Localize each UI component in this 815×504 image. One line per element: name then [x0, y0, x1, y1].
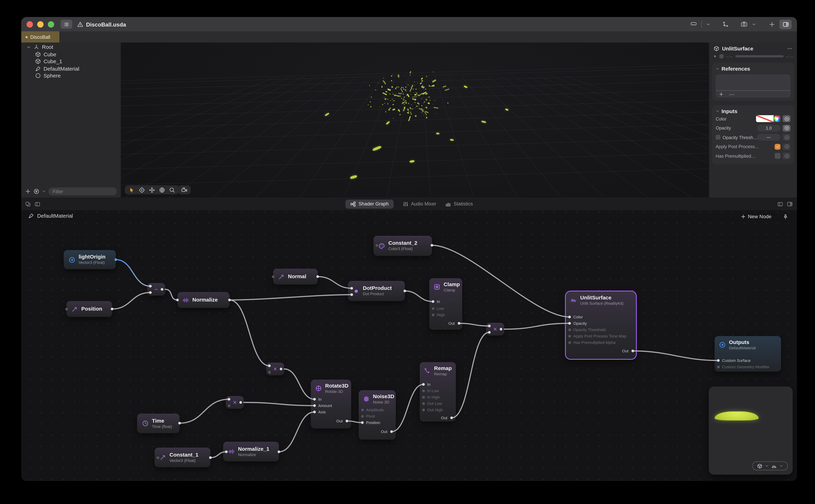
viewport-tool-select[interactable]	[129, 187, 135, 193]
graph-port[interactable]	[115, 258, 117, 261]
dock-tab-shader-graph[interactable]: Shader Graph	[345, 199, 393, 208]
graph-port[interactable]	[156, 456, 159, 459]
graph-port[interactable]	[313, 398, 316, 401]
panel-right-icon[interactable]	[787, 201, 793, 207]
viewport-tool-zoom[interactable]	[169, 187, 175, 193]
chevron-down-icon[interactable]	[752, 22, 756, 26]
inputs-header[interactable]: Inputs	[716, 108, 791, 114]
graph-port[interactable]	[149, 291, 152, 294]
graph-port[interactable]	[361, 409, 363, 411]
chevron-down-icon[interactable]	[765, 464, 769, 468]
graph-port[interactable]	[568, 322, 571, 325]
filter-input[interactable]	[48, 187, 117, 195]
graph-port[interactable]	[568, 341, 571, 344]
chevron-down-icon[interactable]	[706, 22, 710, 26]
graph-port[interactable]	[403, 290, 406, 292]
tree-item-defaultmaterial[interactable]: DefaultMaterial	[21, 65, 121, 72]
graph-port[interactable]	[228, 398, 230, 401]
references-header[interactable]: References	[716, 66, 791, 72]
shader-graph-canvas[interactable]: lightOriginVector3 (Float)PositionNormal…	[21, 210, 797, 481]
graph-port[interactable]	[422, 383, 425, 386]
tree-item-cube_1[interactable]: Cube_1	[21, 58, 121, 65]
value-field[interactable]: —	[757, 134, 780, 141]
checkbox[interactable]	[775, 153, 780, 159]
graph-port[interactable]	[313, 411, 316, 413]
camera-switch-button[interactable]	[178, 185, 191, 194]
breadcrumb[interactable]: DefaultMaterial	[28, 213, 73, 219]
connect-button[interactable]	[783, 143, 791, 150]
viewport-tool-orbit[interactable]	[139, 187, 145, 193]
graph-port[interactable]	[422, 402, 425, 405]
panel-split-icon[interactable]	[777, 201, 783, 207]
graph-port[interactable]	[488, 331, 491, 334]
move-3d-icon[interactable]	[722, 21, 729, 28]
remove-reference-icon[interactable]: —	[729, 93, 734, 96]
tab-discoball[interactable]: DiscoBall	[21, 31, 60, 42]
dock-tab-statistics[interactable]: Statistics	[445, 201, 473, 207]
pin-icon[interactable]	[783, 214, 788, 220]
graph-port[interactable]	[568, 316, 571, 318]
filter-options-icon[interactable]	[33, 188, 39, 194]
graph-port[interactable]	[350, 287, 353, 290]
graph-port[interactable]	[228, 299, 231, 301]
close-button[interactable]	[27, 21, 33, 27]
new-node-button[interactable]: New Node	[740, 213, 771, 219]
more-icon[interactable]	[787, 46, 793, 51]
graph-port[interactable]	[717, 366, 720, 368]
warning-icon[interactable]	[77, 21, 83, 27]
graph-port[interactable]	[375, 244, 378, 247]
graph-port[interactable]	[568, 328, 571, 331]
graph-port[interactable]	[451, 417, 453, 419]
graph-port[interactable]	[346, 420, 348, 422]
graph-port[interactable]	[350, 293, 353, 296]
tree-item-root[interactable]: Root	[21, 44, 121, 51]
graph-port[interactable]	[278, 451, 280, 453]
graph-port[interactable]	[209, 456, 212, 459]
connect-button[interactable]	[783, 115, 791, 122]
checkbox-checked[interactable]	[775, 144, 780, 150]
preview-shape-icon[interactable]	[757, 463, 762, 469]
tree-item-cube[interactable]: Cube	[21, 51, 121, 58]
graph-port[interactable]	[228, 404, 230, 407]
layers-icon[interactable]	[25, 201, 31, 207]
material-preview-panel[interactable]	[709, 386, 793, 475]
graph-port[interactable]	[111, 308, 113, 310]
graph-port[interactable]	[149, 285, 152, 288]
references-list[interactable]: —	[716, 74, 791, 98]
graph-port[interactable]	[717, 359, 720, 362]
inspector-toggle-button[interactable]	[779, 19, 792, 29]
graph-port[interactable]	[390, 430, 393, 433]
graph-port[interactable]	[225, 451, 228, 453]
graph-port[interactable]	[422, 396, 425, 398]
graph-port[interactable]	[361, 421, 364, 424]
graph-port[interactable]	[239, 401, 242, 404]
sidebar-split-icon[interactable]	[35, 201, 40, 207]
ar-goggles-icon[interactable]	[690, 21, 697, 28]
connect-button[interactable]	[783, 153, 791, 159]
chevron-down-icon[interactable]	[27, 45, 31, 49]
preview-environment-icon[interactable]	[771, 463, 777, 469]
graph-port[interactable]	[632, 350, 634, 352]
play-icon[interactable]	[713, 54, 717, 58]
graph-port[interactable]	[176, 299, 179, 301]
graph-port[interactable]	[178, 422, 181, 425]
dock-tab-audio-mixer[interactable]: Audio Mixer	[402, 201, 437, 207]
connect-button[interactable]	[783, 134, 791, 141]
graph-port[interactable]	[272, 275, 274, 278]
graph-port[interactable]	[500, 328, 503, 331]
graph-port[interactable]	[313, 404, 316, 407]
graph-port[interactable]	[488, 325, 491, 327]
graph-port[interactable]	[361, 415, 363, 417]
graph-port[interactable]	[316, 275, 319, 278]
add-icon[interactable]	[769, 21, 775, 27]
stop-button[interactable]	[719, 54, 724, 58]
camera-snapshot-icon[interactable]	[741, 21, 748, 28]
graph-port[interactable]	[280, 368, 282, 370]
graph-port[interactable]	[432, 300, 435, 303]
zoom-button[interactable]	[48, 21, 54, 27]
graph-port[interactable]	[432, 307, 434, 310]
value-field[interactable]: 1.0	[757, 125, 780, 131]
viewport-tool-rotate[interactable]	[159, 187, 165, 193]
minimize-button[interactable]	[37, 21, 44, 27]
add-entity-icon[interactable]	[25, 188, 31, 194]
